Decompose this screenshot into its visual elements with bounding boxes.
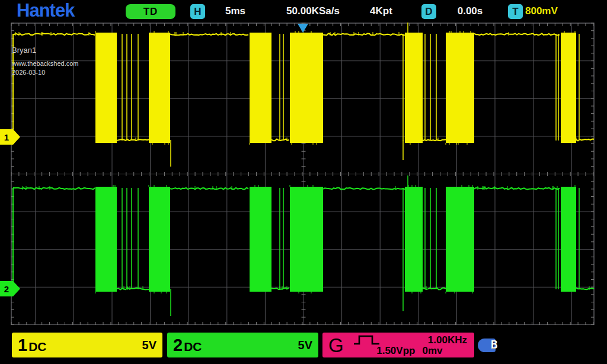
battery-status-indicator: B — [478, 337, 504, 354]
generator-frequency: 1.00KHz — [428, 334, 467, 346]
annotation-website: www.thebackshed.com — [12, 60, 79, 67]
generator-amplitude: 1.50Vpp — [376, 345, 415, 357]
generator-readouts: 1.00KHz 1.50Vpp 0mv — [350, 334, 469, 356]
channel2-position-marker[interactable] — [0, 281, 20, 296]
trace-ch2 — [474, 188, 560, 190]
top-status-bar: Hantek TD H 5ms 50.00KSa/s 4Kpt D 0.00s … — [0, 0, 607, 23]
signal-generator-badge[interactable]: G 1.00KHz 1.50Vpp 0mv — [322, 333, 474, 357]
delay-menu-badge[interactable]: D — [421, 4, 436, 19]
trace-burst-ch2 — [290, 187, 323, 292]
trigger-position-marker[interactable] — [298, 24, 308, 33]
oscilloscope-screen: 12 Hantek TD H 5ms 50.00KSa/s 4Kpt D 0.0… — [0, 0, 607, 364]
trigger-menu-badge[interactable]: T — [508, 4, 523, 19]
trace-ch1 — [170, 34, 248, 36]
generator-offset: 0mv — [422, 345, 442, 357]
channel2-number: 2 — [173, 337, 183, 354]
trace-burst-ch1 — [561, 33, 576, 143]
trace-ch2 — [117, 288, 149, 290]
trace-ch1 — [474, 34, 560, 36]
trace-ch2 — [323, 188, 405, 190]
channel1-position-marker[interactable] — [0, 129, 20, 145]
timebase-readout: 5ms — [217, 5, 254, 17]
channel1-badge[interactable]: 1 DC 5V — [12, 333, 162, 357]
channel1-position-marker-label: 1 — [4, 132, 9, 142]
channel2-position-marker-label: 2 — [4, 284, 9, 294]
brand-logo: Hantek — [17, 0, 74, 21]
generator-label: G — [328, 336, 344, 355]
channel2-badge[interactable]: 2 DC 5V — [167, 333, 318, 357]
trace-burst-ch1 — [446, 33, 474, 143]
trace-ch1 — [323, 34, 405, 36]
trace-burst-ch2 — [149, 187, 170, 292]
channel2-coupling: DC — [184, 338, 202, 353]
trigger-level-readout: 800mV — [525, 5, 558, 17]
channel1-scale: 5V — [142, 339, 156, 352]
channel1-coupling: DC — [28, 338, 46, 353]
trace-burst-ch1 — [405, 33, 423, 143]
trigger-status-badge[interactable]: TD — [126, 4, 175, 19]
trace-ch1 — [117, 139, 149, 141]
trace-ch2 — [170, 188, 248, 190]
bottom-status-bar: 1 DC 5V 2 DC 5V G 1.00KHz 1.50Vpp 0mv — [0, 325, 607, 364]
trace-burst-ch2 — [405, 187, 423, 292]
trace-ch1 — [13, 34, 95, 36]
memory-depth-readout: 4Kpt — [363, 5, 400, 17]
trace-burst-ch1 — [95, 33, 117, 143]
screen-annotation: Bryan1 www.thebackshed.com 2026-03-10 — [12, 46, 79, 76]
sample-rate-readout: 50.00KSa/s — [271, 5, 354, 17]
channel2-scale: 5V — [298, 339, 312, 352]
trace-ch2 — [13, 188, 95, 190]
square-wave-icon — [353, 335, 381, 345]
trace-burst-ch1 — [290, 33, 323, 143]
channel1-number: 1 — [18, 337, 27, 354]
trace-burst-ch1 — [250, 33, 271, 143]
trace-burst-ch2 — [561, 187, 576, 292]
trace-burst-ch2 — [95, 187, 117, 292]
annotation-date: 2026-03-10 — [12, 69, 79, 76]
battery-label: B — [491, 338, 497, 351]
annotation-username: Bryan1 — [12, 46, 79, 54]
trace-burst-ch2 — [250, 187, 271, 292]
waveform-display: 12 — [0, 0, 607, 364]
trace-ch1 — [423, 140, 446, 141]
horizontal-menu-badge[interactable]: H — [190, 4, 205, 19]
trace-burst-ch2 — [446, 187, 474, 292]
trace-burst-ch1 — [149, 33, 170, 143]
horizontal-offset-readout: 0.00s — [449, 5, 491, 17]
